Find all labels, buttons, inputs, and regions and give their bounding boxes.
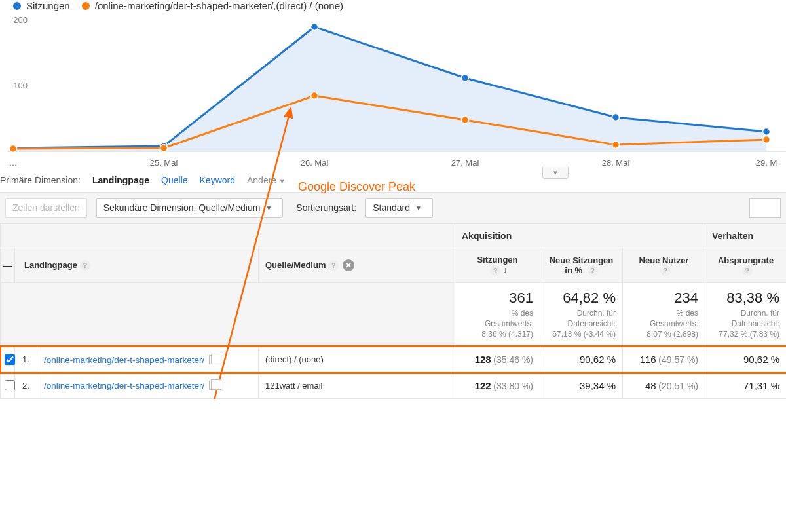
dropdown-label: Sekundäre Dimension: Quelle/Medium (103, 202, 261, 213)
chart-legend: Sitzungen /online-marketing/der-t-shaped… (0, 0, 786, 14)
legend-item-sessions[interactable]: Sitzungen (13, 0, 70, 11)
svg-point-18 (462, 117, 469, 124)
help-icon[interactable]: ? (660, 265, 671, 276)
cell-source-medium: (direct) / (none) (259, 347, 455, 373)
header-new-sessions[interactable]: Neue Sitzungen in % ? (540, 248, 623, 283)
svg-point-13 (612, 114, 620, 121)
svg-point-19 (612, 142, 620, 149)
svg-point-15 (10, 145, 17, 153)
data-table: Akquisition Verhalten — Landingpage? Que… (0, 223, 786, 399)
primary-dimension-label: Primäre Dimension: (0, 175, 81, 185)
plot-rows-button: Zeilen darstellen (5, 198, 87, 218)
open-icon[interactable] (209, 355, 218, 364)
legend-item-series-b[interactable]: /online-marketing/der-t-shaped-marketer/… (82, 0, 343, 11)
header-sessions[interactable]: Sitzungen? ↓ (455, 248, 540, 283)
header-landingpage[interactable]: Landingpage? (15, 248, 259, 283)
svg-text:200: 200 (13, 15, 28, 25)
table-row[interactable]: 2./online-marketing/der-t-shaped-markete… (1, 373, 787, 399)
dimension-other[interactable]: Andere▼ (247, 175, 286, 185)
help-icon[interactable]: ? (588, 265, 598, 276)
cell-sessions: 128 (35,46 %) (455, 347, 540, 373)
secondary-dimension-dropdown[interactable]: Sekundäre Dimension: Quelle/Medium ▼ (96, 198, 284, 218)
chevron-down-icon: ▼ (265, 204, 272, 212)
cell-new-sessions: 39,34 % (540, 373, 623, 399)
dimension-link-quelle[interactable]: Quelle (161, 175, 187, 185)
svg-point-17 (311, 92, 318, 100)
cell-bounce: 71,31 % (705, 373, 786, 399)
header-checkbox[interactable]: — (1, 248, 15, 283)
summary-sess: 361% des Gesamtwerts:8,36 % (4.317) (455, 283, 540, 347)
landingpage-link[interactable]: /online-marketing/der-t-shaped-marketer/ (44, 380, 204, 392)
help-icon[interactable]: ? (80, 260, 90, 271)
header-group-acquisition: Akquisition (455, 224, 705, 248)
svg-point-11 (311, 24, 318, 31)
help-icon[interactable]: ? (328, 260, 339, 271)
dropdown-label: Standard (373, 202, 410, 213)
summary-newsess: 64,82 %Durchn. für Datenansicht:67,13 % … (540, 283, 623, 347)
svg-text:27. Mai: 27. Mai (451, 158, 479, 168)
svg-text:26. Mai: 26. Mai (301, 158, 329, 168)
svg-text:28. Mai: 28. Mai (602, 158, 630, 168)
dimension-landingpage[interactable]: Landingpage (92, 175, 149, 185)
dot-icon (13, 2, 21, 10)
row-index: 1. (15, 347, 37, 373)
svg-text:100: 100 (13, 81, 28, 90)
chevron-down-icon: ▼ (415, 204, 422, 212)
line-chart: 100200…25. Mai26. Mai27. Mai28. Mai29. M (0, 14, 786, 171)
summary-bounce: 83,38 %Durchn. für Datenansicht:77,32 % … (705, 283, 786, 347)
remove-dimension-icon[interactable]: ✕ (343, 259, 354, 271)
cell-new-sessions: 90,62 % (540, 347, 623, 373)
chart-area: Sitzungen /online-marketing/der-t-shaped… (0, 0, 786, 171)
open-icon[interactable] (209, 381, 218, 390)
header-bounce-rate[interactable]: Absprungrate? (705, 248, 786, 283)
dimension-link-keyword[interactable]: Keyword (200, 175, 235, 185)
cell-new-users: 116 (49,57 %) (623, 347, 705, 373)
svg-text:…: … (9, 158, 18, 168)
sort-label: Sortierungsart: (296, 202, 356, 213)
svg-point-20 (763, 136, 770, 143)
search-input[interactable] (749, 198, 781, 218)
svg-point-14 (763, 128, 770, 136)
cell-source-medium: 121watt / email (259, 373, 455, 399)
summary-newusers: 234% des Gesamtwerts:8,07 % (2.898) (623, 283, 705, 347)
chevron-down-icon: ▼ (278, 177, 286, 185)
cell-landingpage: /online-marketing/der-t-shaped-marketer/ (37, 373, 259, 399)
legend-label: /online-marketing/der-t-shaped-marketer/… (95, 0, 343, 11)
row-checkbox[interactable] (5, 354, 15, 365)
row-index: 2. (15, 373, 37, 399)
help-icon[interactable]: ? (490, 265, 500, 276)
legend-label: Sitzungen (26, 0, 70, 11)
svg-point-16 (160, 145, 168, 152)
chart-drag-handle[interactable]: ▾ (542, 167, 569, 179)
cell-landingpage: /online-marketing/der-t-shaped-marketer/ (37, 347, 259, 373)
dot-icon (82, 2, 90, 10)
header-group-behavior: Verhalten (705, 224, 786, 248)
svg-point-12 (462, 75, 469, 82)
header-new-users[interactable]: Neue Nutzer? (623, 248, 705, 283)
row-checkbox[interactable] (5, 380, 15, 390)
cell-sessions: 122 (33,80 %) (455, 373, 540, 399)
cell-bounce: 90,62 % (705, 347, 786, 373)
sort-arrow-icon: ↓ (503, 265, 508, 275)
sort-type-dropdown[interactable]: Standard ▼ (365, 198, 433, 218)
annotation-label: Google Discover Peak (298, 180, 415, 194)
help-icon[interactable]: ? (742, 265, 753, 276)
header-source-medium[interactable]: Quelle/Medium?✕ (259, 248, 455, 283)
svg-text:25. Mai: 25. Mai (150, 158, 178, 168)
table-toolbar: Zeilen darstellen Sekundäre Dimension: Q… (0, 192, 786, 223)
cell-new-users: 48 (20,51 %) (623, 373, 705, 399)
table-row[interactable]: 1./online-marketing/der-t-shaped-markete… (1, 347, 787, 373)
svg-text:29. M: 29. M (756, 158, 777, 168)
landingpage-link[interactable]: /online-marketing/der-t-shaped-marketer/ (44, 354, 204, 366)
